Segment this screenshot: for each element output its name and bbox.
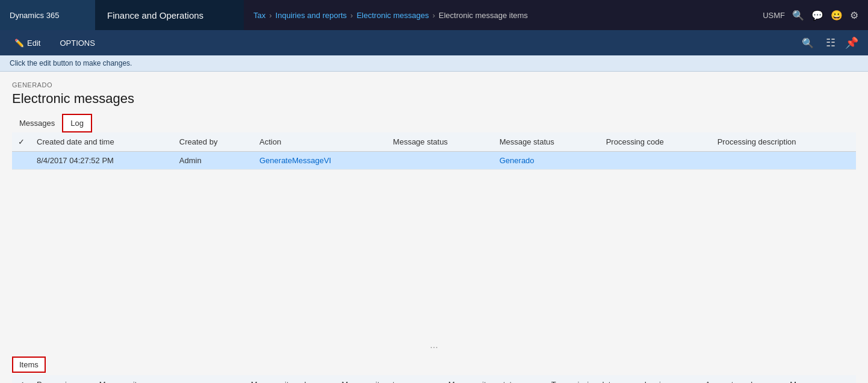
breadcrumb-current: Electronic message items — [439, 11, 528, 20]
row-action[interactable]: GenerateMessageVI — [253, 152, 387, 170]
items-col-processing: Processing — [31, 375, 93, 383]
edit-pencil-icon: ✏️ — [14, 39, 24, 48]
row-msg-status2[interactable]: Generado — [494, 152, 600, 170]
user-label: USMF — [763, 11, 785, 20]
app-title: Finance and Operations — [95, 0, 244, 30]
messages-table: ✓ Created date and time Created by Actio… — [12, 132, 856, 170]
action-link[interactable]: GenerateMessageVI — [259, 156, 331, 165]
tab-bar: Messages Log — [12, 114, 856, 132]
brand-logo[interactable]: Dynamics 365 — [0, 0, 95, 30]
col-msg-status1: Message status — [387, 132, 494, 152]
options-button[interactable]: OPTIONS — [55, 36, 100, 50]
messages-section: ✓ Created date and time Created by Actio… — [12, 132, 856, 337]
nav-right: USMF 🔍 💬 😀 ⚙ — [753, 10, 868, 21]
info-bar: Click the edit button to make changes. — [0, 55, 868, 72]
col-processing-desc: Processing description — [711, 132, 856, 152]
items-table-wrapper[interactable]: ✓ Processing Message item Message item d… — [12, 375, 856, 383]
brand-label: Dynamics 365 — [10, 11, 59, 20]
toolbar-search-icon[interactable]: 🔍 — [802, 37, 814, 49]
options-label: OPTIONS — [60, 39, 95, 48]
items-table-header: ✓ Processing Message item Message item d… — [12, 375, 856, 383]
page-content: GENERADO Electronic messages Messages Lo… — [0, 72, 868, 337]
info-bar-message: Click the edit button to make changes. — [10, 59, 132, 67]
items-table: ✓ Processing Message item Message item d… — [12, 375, 856, 383]
col-msg-status2: Message status — [494, 132, 600, 152]
tab-log[interactable]: Log — [62, 114, 92, 132]
items-col-message: Message — [784, 375, 856, 383]
tab-messages[interactable]: Messages — [12, 115, 62, 131]
col-created-by: Created by — [173, 132, 253, 152]
top-navigation: Dynamics 365 Finance and Operations Tax … — [0, 0, 868, 30]
breadcrumb-tax[interactable]: Tax — [253, 11, 265, 20]
row-processing-desc — [711, 152, 856, 170]
breadcrumb-electronic-messages[interactable]: Electronic messages — [356, 11, 429, 20]
row-created-by: Admin — [173, 152, 253, 170]
breadcrumb: Tax › Inquiries and reports › Electronic… — [244, 11, 753, 20]
edit-button[interactable]: ✏️ Edit — [10, 36, 45, 50]
page-title: Electronic messages — [12, 91, 856, 107]
items-col-invoice: Invoice — [638, 375, 699, 383]
messages-table-wrapper[interactable]: ✓ Created date and time Created by Actio… — [12, 132, 856, 337]
breadcrumb-sep3: › — [432, 11, 435, 20]
items-col-transmission-date: Transmission date — [545, 375, 639, 383]
items-col-msg-item-date: Message item d... — [245, 375, 336, 383]
table-row[interactable]: 8/4/2017 04:27:52 PM Admin GenerateMessa… — [12, 152, 856, 170]
breadcrumb-sep1: › — [269, 11, 271, 20]
items-col-message-item: Message item — [93, 375, 245, 383]
office-icon[interactable]: ☷ — [826, 36, 835, 49]
user-icon[interactable]: 😀 — [831, 10, 843, 21]
tab-items[interactable]: Items — [12, 357, 46, 373]
msg-status-link[interactable]: Generado — [500, 156, 535, 165]
items-col-msg-item-status: Message item status — [442, 375, 545, 383]
page-subtitle: GENERADO — [12, 81, 856, 89]
edit-label: Edit — [27, 39, 40, 48]
pin-icon[interactable]: 📌 — [845, 36, 858, 49]
col-check: ✓ — [12, 132, 31, 152]
app-title-label: Finance and Operations — [107, 10, 203, 20]
row-msg-status1 — [387, 152, 494, 170]
comment-icon[interactable]: 💬 — [811, 10, 823, 21]
settings-icon[interactable]: ⚙ — [850, 10, 858, 21]
items-col-check: ✓ — [12, 375, 31, 383]
items-col-msg-item-type: Message item type — [335, 375, 442, 383]
row-created-date: 8/4/2017 04:27:52 PM — [31, 152, 173, 170]
breadcrumb-inquiries[interactable]: Inquiries and reports — [276, 11, 347, 20]
toolbar: ✏️ Edit OPTIONS 🔍 ☷ 📌 — [0, 30, 868, 55]
row-processing-code — [600, 152, 711, 170]
col-created-date: Created date and time — [31, 132, 173, 152]
items-section: Items ✓ Processing Message item Message … — [0, 353, 868, 383]
items-col-account-number: Account number — [699, 375, 784, 383]
row-check — [12, 152, 31, 170]
search-nav-icon[interactable]: 🔍 — [792, 10, 804, 21]
section-divider[interactable]: ... — [0, 337, 868, 353]
col-action: Action — [253, 132, 387, 152]
col-processing-code: Processing code — [600, 132, 711, 152]
messages-table-header: ✓ Created date and time Created by Actio… — [12, 132, 856, 152]
breadcrumb-sep2: › — [350, 11, 353, 20]
